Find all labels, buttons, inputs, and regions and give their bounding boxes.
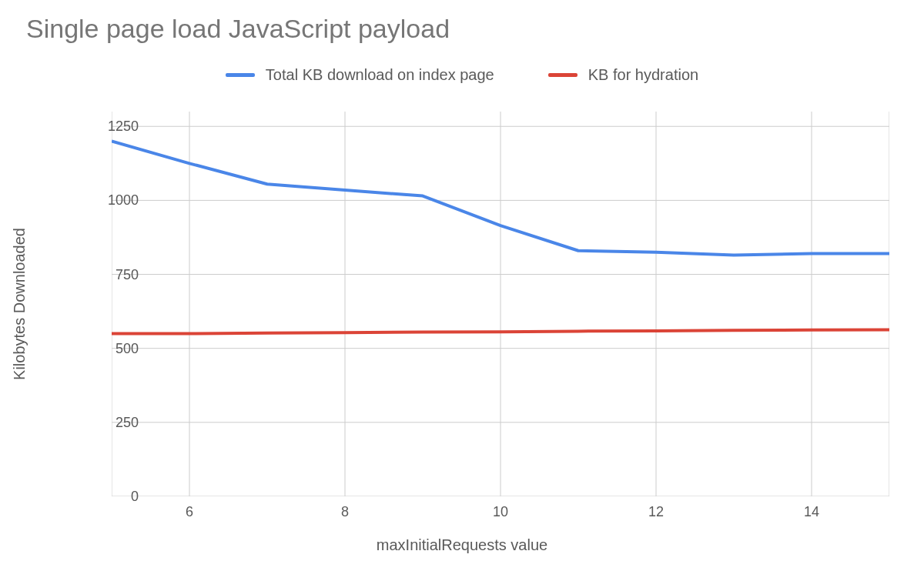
- y-tick-label: 1000: [92, 192, 139, 209]
- x-axis-label: maxInitialRequests value: [0, 536, 924, 554]
- chart-title: Single page load JavaScript payload: [26, 14, 450, 44]
- chart-container: Single page load JavaScript payload Tota…: [0, 0, 924, 571]
- x-tick-label: 10: [493, 504, 508, 520]
- plot-area: [112, 112, 889, 496]
- chart-legend: Total KB download on index page KB for h…: [0, 66, 924, 84]
- y-tick-label: 750: [92, 266, 139, 282]
- y-axis-label: Kilobytes Downloaded: [11, 228, 28, 380]
- y-tick-label: 1250: [92, 119, 139, 135]
- legend-item-total: Total KB download on index page: [226, 66, 494, 84]
- x-tick-label: 12: [648, 504, 664, 520]
- x-tick-label: 8: [341, 504, 349, 520]
- chart-svg: [112, 112, 889, 496]
- y-tick-label: 0: [92, 489, 139, 505]
- y-tick-label: 250: [92, 414, 139, 430]
- x-tick-label: 14: [804, 504, 819, 520]
- y-tick-label: 500: [92, 340, 139, 356]
- legend-swatch-total: [226, 73, 255, 77]
- legend-label-hydration: KB for hydration: [588, 66, 698, 84]
- legend-swatch-hydration: [548, 73, 578, 77]
- series-line: [112, 329, 889, 333]
- legend-item-hydration: KB for hydration: [548, 66, 698, 84]
- legend-label-total: Total KB download on index page: [266, 66, 494, 84]
- x-tick-label: 6: [186, 504, 193, 520]
